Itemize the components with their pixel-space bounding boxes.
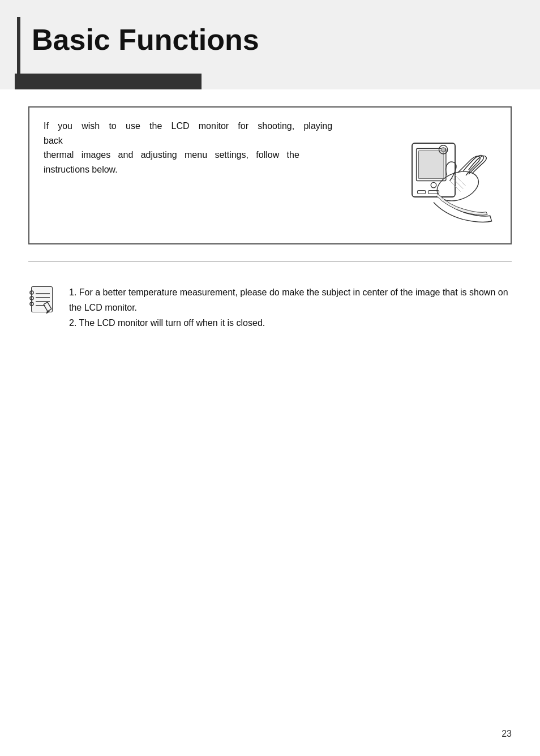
notes-text-block: 1. For a better temperature measurement,… [69, 285, 512, 331]
svg-rect-2 [418, 151, 444, 178]
info-text: If you wish to use the LCD monitor for s… [44, 119, 338, 177]
svg-point-7 [441, 148, 445, 152]
dark-accent-bar [15, 74, 202, 89]
notes-icon [28, 285, 58, 316]
svg-line-9 [452, 178, 463, 189]
svg-line-10 [455, 175, 466, 186]
camera-svg [352, 122, 494, 229]
svg-rect-13 [32, 287, 52, 312]
svg-rect-4 [418, 191, 426, 194]
header-section: Basic Functions [0, 0, 540, 89]
camera-illustration [349, 119, 496, 232]
notes-section: 1. For a better temperature measurement,… [28, 279, 512, 331]
separator-line [28, 261, 512, 262]
page-title: Basic Functions [32, 17, 259, 65]
left-accent-bar [17, 17, 20, 74]
main-content: If you wish to use the LCD monitor for s… [0, 89, 540, 359]
note-2-text: 2. The LCD monitor will turn off when it… [69, 315, 512, 330]
info-text-block: If you wish to use the LCD monitor for s… [44, 119, 338, 177]
page-container: Basic Functions If you wish to use the L… [0, 0, 540, 756]
info-box: If you wish to use the LCD monitor for s… [28, 106, 512, 244]
note-1-text: 1. For a better temperature measurement,… [69, 285, 512, 315]
svg-point-3 [431, 182, 436, 188]
page-number: 23 [502, 729, 512, 739]
